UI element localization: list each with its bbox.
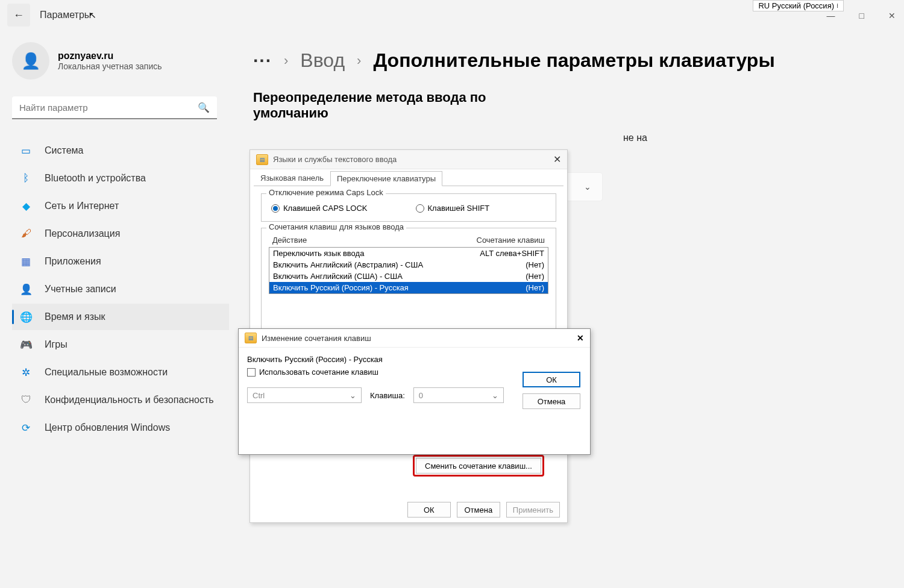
gamepad-icon: 🎮 bbox=[19, 339, 33, 351]
nav-network[interactable]: ◆Сеть и Интернет bbox=[12, 193, 229, 219]
nav-label: Сеть и Интернет bbox=[45, 201, 119, 211]
cell-action: Включить Английский (США) - США bbox=[273, 272, 526, 281]
shield-icon: 🛡 bbox=[19, 394, 33, 406]
avatar: 👤 bbox=[12, 42, 49, 80]
tab-language-bar[interactable]: Языковая панель bbox=[254, 170, 330, 186]
nav-label: Специальные возможности bbox=[45, 367, 168, 378]
col-hotkey-header: Сочетание клавиш bbox=[477, 236, 545, 245]
breadcrumb-current: Дополнительные параметры клавиатуры bbox=[373, 49, 774, 72]
list-item[interactable]: Включить Английский (США) - США(Нет) bbox=[269, 271, 548, 282]
checkbox-icon bbox=[247, 368, 256, 377]
nav-label: Персонализация bbox=[45, 228, 120, 239]
section-title: Переопределение метода ввода по умолчани… bbox=[253, 90, 554, 121]
list-item[interactable]: Включить Английский (Австралия) - США(Не… bbox=[269, 259, 548, 271]
cursor-icon: ↖ bbox=[89, 10, 96, 20]
breadcrumb-input[interactable]: Ввод bbox=[300, 49, 345, 72]
nav-label: Bluetooth и устройства bbox=[45, 173, 146, 184]
nav-apps[interactable]: ▦Приложения bbox=[12, 248, 229, 275]
dialog2-close-button[interactable]: ✕ bbox=[577, 333, 584, 343]
cell-action: Включить Русский (Россия) - Русская bbox=[273, 283, 526, 292]
hotkeys-group-title: Сочетания клавиш для языков ввода bbox=[266, 222, 406, 231]
combo-value: 0 bbox=[419, 391, 423, 400]
radio-icon bbox=[416, 204, 424, 213]
dialog-app-icon: ▤ bbox=[245, 333, 257, 343]
nav-time-language[interactable]: 🌐Время и язык bbox=[12, 304, 229, 330]
bluetooth-icon: ᛒ bbox=[19, 172, 33, 184]
partial-text: не на bbox=[623, 133, 647, 143]
dialog2-ok-button[interactable]: ОК bbox=[523, 372, 580, 387]
nav-label: Время и язык bbox=[45, 311, 105, 322]
search-input[interactable] bbox=[19, 102, 198, 113]
change-hotkey-dialog: ▤ Изменение сочетания клавиш ✕ Включить … bbox=[238, 328, 591, 455]
combo-value: Ctrl bbox=[253, 391, 265, 400]
chevron-right-icon: › bbox=[357, 53, 361, 69]
nav-privacy[interactable]: 🛡Конфиденциальность и безопасность bbox=[12, 387, 229, 413]
back-button[interactable]: ← bbox=[7, 4, 30, 27]
change-hotkey-button[interactable]: Сменить сочетание клавиш... bbox=[416, 458, 541, 474]
radio-icon bbox=[271, 204, 280, 213]
ime-options-icon: ⁞ bbox=[837, 2, 838, 9]
radio-capslock[interactable]: Клавишей CAPS LOCK bbox=[271, 204, 368, 213]
dialog1-cancel-button[interactable]: Отмена bbox=[457, 502, 500, 518]
key-combo[interactable]: 0 ⌄ bbox=[413, 387, 504, 403]
nav-gaming[interactable]: 🎮Игры bbox=[12, 331, 229, 358]
radio-label: Клавишей SHIFT bbox=[428, 204, 490, 213]
nav-accounts[interactable]: 👤Учетные записи bbox=[12, 276, 229, 302]
cell-hotkey: (Нет) bbox=[526, 283, 544, 292]
dialog1-close-button[interactable]: ✕ bbox=[553, 154, 561, 165]
chevron-down-icon: ⌄ bbox=[492, 391, 498, 400]
cell-hotkey: (Нет) bbox=[526, 260, 544, 269]
nav-windows-update[interactable]: ⟳Центр обновления Windows bbox=[12, 414, 229, 441]
capslock-groupbox: Отключение режима Caps Lock Клавишей CAP… bbox=[261, 193, 556, 222]
radio-label: Клавишей CAPS LOCK bbox=[283, 204, 368, 213]
nav-bluetooth[interactable]: ᛒBluetooth и устройства bbox=[12, 165, 229, 192]
breadcrumb: ··· › Ввод › Дополнительные параметры кл… bbox=[253, 49, 904, 72]
brush-icon: 🖌 bbox=[19, 228, 33, 240]
nav-label: Центр обновления Windows bbox=[45, 422, 170, 433]
capslock-group-title: Отключение режима Caps Lock bbox=[266, 188, 386, 197]
nav-label: Учетные записи bbox=[45, 284, 116, 295]
accessibility-icon: ✲ bbox=[19, 366, 33, 379]
account-name: poznyaev.ru bbox=[58, 51, 162, 61]
system-icon: ▭ bbox=[19, 145, 33, 157]
col-action-header: Действие bbox=[272, 236, 477, 245]
search-icon: 🔍 bbox=[198, 102, 210, 113]
list-item-selected[interactable]: Включить Русский (Россия) - Русская(Нет) bbox=[269, 282, 548, 293]
nav-system[interactable]: ▭Система bbox=[12, 137, 229, 164]
search-input-container[interactable]: 🔍 bbox=[12, 96, 217, 119]
nav-personalization[interactable]: 🖌Персонализация bbox=[12, 220, 229, 247]
dialog-app-icon: ▤ bbox=[256, 154, 268, 165]
back-arrow-icon: ← bbox=[13, 9, 24, 22]
close-window-button[interactable]: ✕ bbox=[888, 11, 896, 20]
dialog2-cancel-button[interactable]: Отмена bbox=[523, 393, 580, 409]
apps-icon: ▦ bbox=[19, 255, 33, 268]
nav-accessibility[interactable]: ✲Специальные возможности bbox=[12, 359, 229, 386]
chevron-right-icon: › bbox=[284, 53, 288, 69]
dialog1-apply-button[interactable]: Применить bbox=[506, 502, 560, 518]
dialog1-ok-button[interactable]: ОК bbox=[407, 502, 451, 518]
account-block[interactable]: 👤 poznyaev.ru Локальная учетная запись bbox=[12, 42, 229, 80]
cell-hotkey: ALT слева+SHIFT bbox=[480, 249, 544, 258]
radio-shift[interactable]: Клавишей SHIFT bbox=[416, 204, 490, 213]
accounts-icon: 👤 bbox=[19, 283, 33, 296]
update-icon: ⟳ bbox=[19, 422, 33, 434]
window-title: Параметры bbox=[40, 10, 91, 20]
nav-label: Конфиденциальность и безопасность bbox=[45, 395, 214, 405]
cell-action: Включить Английский (Австралия) - США bbox=[273, 260, 526, 269]
minimize-button[interactable]: ― bbox=[827, 11, 835, 20]
person-icon: 👤 bbox=[21, 52, 40, 70]
list-item[interactable]: Переключить язык вводаALT слева+SHIFT bbox=[269, 248, 548, 259]
highlight-box: Сменить сочетание клавиш... bbox=[413, 455, 544, 477]
tab-keyboard-switch[interactable]: Переключение клавиатуры bbox=[330, 171, 442, 186]
maximize-button[interactable]: □ bbox=[859, 11, 864, 20]
nav-label: Игры bbox=[45, 339, 67, 350]
globe-clock-icon: 🌐 bbox=[19, 311, 33, 324]
modifier-combo[interactable]: Ctrl ⌄ bbox=[247, 387, 362, 403]
dialog2-title: Изменение сочетания клавиш bbox=[262, 334, 577, 343]
cell-action: Переключить язык ввода bbox=[273, 249, 480, 258]
wifi-icon: ◆ bbox=[19, 200, 33, 213]
language-indicator[interactable]: RU Русский (Россия) ⁞ bbox=[753, 0, 844, 11]
key-label: Клавиша: bbox=[370, 391, 405, 400]
breadcrumb-overflow[interactable]: ··· bbox=[253, 51, 272, 71]
hotkey-list[interactable]: Переключить язык вводаALT слева+SHIFT Вк… bbox=[269, 247, 548, 294]
